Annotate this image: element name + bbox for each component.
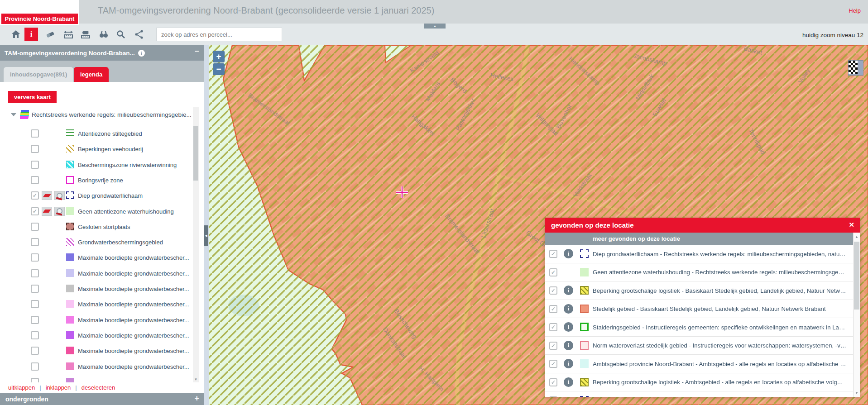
refresh-map-button[interactable]: ververs kaart bbox=[8, 91, 57, 103]
result-info-icon[interactable]: i bbox=[564, 377, 573, 387]
zoom-out-button[interactable]: − bbox=[213, 63, 225, 75]
help-link[interactable]: Help bbox=[849, 7, 861, 14]
sidebar-collapse-handle[interactable]: ◀ bbox=[204, 225, 208, 246]
ondergronden-expand-icon[interactable]: + bbox=[194, 394, 199, 403]
legend-swatch bbox=[66, 331, 74, 339]
legend-swatch bbox=[66, 238, 74, 246]
result-swatch bbox=[580, 286, 589, 295]
popup-subheader[interactable]: meer gevonden op deze locatie bbox=[545, 233, 853, 245]
legend-checkbox[interactable] bbox=[31, 207, 39, 215]
result-row[interactable] bbox=[545, 391, 853, 397]
legend-action-inklappen[interactable]: inklappen bbox=[46, 384, 71, 391]
search-input[interactable] bbox=[156, 28, 282, 41]
legend-checkbox[interactable] bbox=[31, 362, 39, 371]
result-info-icon[interactable]: i bbox=[564, 341, 573, 350]
provincie-logo-band: Provincie Noord-Brabant bbox=[1, 14, 78, 24]
result-row[interactable]: iStalderingsgebied - Instructieregels ge… bbox=[545, 318, 853, 337]
legend-checkbox[interactable] bbox=[31, 238, 39, 246]
legend-checkbox[interactable] bbox=[31, 285, 39, 293]
legend-checkbox[interactable] bbox=[31, 145, 39, 153]
result-checkbox[interactable] bbox=[549, 396, 557, 397]
layer-magnifier-icon[interactable] bbox=[54, 207, 65, 216]
result-checkbox[interactable] bbox=[549, 378, 557, 386]
overview-map-toggle[interactable] bbox=[848, 60, 863, 76]
sidebar-scrollbar-thumb[interactable] bbox=[193, 126, 198, 181]
result-row[interactable]: iBeperking grootschalige logistiek - Amb… bbox=[545, 373, 853, 392]
result-row[interactable]: iDiep grondwaterllichaam - Rechtstreeks … bbox=[545, 245, 853, 263]
measure-area-icon[interactable] bbox=[79, 28, 92, 41]
legend-checkbox[interactable] bbox=[31, 129, 39, 138]
tree-expander-icon[interactable] bbox=[11, 113, 16, 116]
scrollbar-down-icon[interactable]: ▼ bbox=[193, 376, 199, 382]
legend-checkbox[interactable] bbox=[31, 161, 39, 169]
result-info-icon[interactable]: i bbox=[564, 304, 573, 314]
result-row[interactable]: Geen attentiezone waterhuishouding - Rec… bbox=[545, 263, 853, 282]
popup-scrollbar-thumb[interactable] bbox=[854, 242, 859, 310]
legend-label: Maximale boordiepte grondwaterbescher... bbox=[78, 316, 189, 323]
panel-info-icon[interactable]: i bbox=[138, 50, 145, 57]
legend-action-uitklappen[interactable]: uitklappen bbox=[8, 384, 35, 391]
legend-checkbox[interactable] bbox=[31, 316, 39, 324]
panel-minimize-icon[interactable]: − bbox=[195, 47, 199, 56]
popup-scroll-up-icon[interactable]: ▲ bbox=[854, 233, 860, 240]
binoculars-icon[interactable] bbox=[97, 28, 110, 41]
result-info-icon[interactable]: i bbox=[564, 322, 573, 332]
close-icon[interactable]: ✕ bbox=[849, 221, 854, 229]
legend-checkbox[interactable] bbox=[31, 269, 39, 277]
tab-legenda[interactable]: legenda bbox=[74, 67, 109, 82]
legend-row: Maximale boordiepte grondwaterbescher... bbox=[0, 250, 199, 265]
zoom-to-layer-icon[interactable] bbox=[42, 191, 52, 200]
share-icon[interactable] bbox=[132, 28, 146, 41]
legend-tree-root[interactable]: Rechtstreeks werkende regels: milieubesc… bbox=[0, 110, 199, 120]
legend-checkbox[interactable] bbox=[31, 378, 39, 382]
result-row[interactable]: iBeperking grootschalige logistiek - Bas… bbox=[545, 281, 853, 300]
header-collapse-tab[interactable]: ▲ bbox=[424, 24, 446, 29]
legend-checkbox[interactable] bbox=[31, 300, 39, 308]
popup-scroll-down-icon[interactable]: ▼ bbox=[854, 390, 860, 396]
legend-label: Maximale boordiepte grondwaterbescher... bbox=[78, 348, 189, 354]
popup-scrollbar[interactable]: ▲ ▼ bbox=[853, 233, 860, 397]
legend-label: Maximale boordiepte grondwaterbescher... bbox=[78, 270, 189, 276]
result-checkbox[interactable] bbox=[549, 342, 557, 350]
sidebar-scrollbar[interactable]: ▼ bbox=[193, 107, 199, 382]
legend-label: Beschermingszone rivierwaterwinning bbox=[78, 161, 177, 168]
ondergronden-bar[interactable]: ondergronden + bbox=[0, 393, 204, 405]
zoom-in-button[interactable]: + bbox=[213, 51, 225, 62]
result-row[interactable]: iAmbtsgebied provincie Noord-Brabant - A… bbox=[545, 355, 853, 373]
info-icon[interactable]: i bbox=[24, 28, 38, 41]
result-checkbox[interactable] bbox=[549, 286, 557, 295]
legend-row: Attentiezone stiltegebied bbox=[0, 126, 199, 141]
legend-row: Gesloten stortplaats bbox=[0, 219, 199, 234]
layer-magnifier-icon[interactable] bbox=[54, 191, 65, 200]
result-info-icon[interactable]: i bbox=[564, 249, 573, 258]
popup-header[interactable]: gevonden op deze locatie ✕ bbox=[545, 218, 860, 233]
measure-distance-icon[interactable] bbox=[62, 28, 75, 41]
result-checkbox[interactable] bbox=[549, 360, 557, 368]
legend-checkbox[interactable] bbox=[31, 176, 39, 184]
result-checkbox[interactable] bbox=[549, 268, 557, 276]
result-checkbox[interactable] bbox=[549, 323, 557, 331]
tab-inhoudsopgave[interactable]: inhoudsopgave(891) bbox=[4, 67, 73, 82]
legend-action-deselecteren[interactable]: deselecteren bbox=[82, 384, 115, 391]
result-text: Beperking grootschalige logistiek - Basi… bbox=[593, 287, 846, 294]
legend-checkbox[interactable] bbox=[31, 331, 39, 339]
magnifier-icon[interactable] bbox=[114, 28, 128, 41]
legend-checkbox[interactable] bbox=[31, 223, 39, 231]
zoom-to-layer-icon[interactable] bbox=[42, 207, 52, 216]
legend-checkbox[interactable] bbox=[31, 253, 39, 262]
legend-row: Geen attentiezone waterhuishouding bbox=[0, 204, 199, 219]
legend-checkbox[interactable] bbox=[31, 347, 39, 355]
result-checkbox[interactable] bbox=[549, 250, 557, 258]
result-info-icon[interactable]: i bbox=[564, 286, 573, 295]
result-row[interactable]: iNorm wateroverlast stedelijk gebied - I… bbox=[545, 337, 853, 355]
result-info-icon[interactable]: i bbox=[564, 359, 573, 368]
result-checkbox[interactable] bbox=[549, 305, 557, 313]
legend-checkbox[interactable] bbox=[31, 191, 39, 200]
result-text: Stalderingsgebied - Instructieregels gem… bbox=[593, 324, 846, 330]
legend-swatch bbox=[66, 285, 74, 292]
eraser-icon[interactable] bbox=[43, 28, 57, 41]
home-icon[interactable] bbox=[9, 28, 23, 41]
popup-subheader-label: meer gevonden op deze locatie bbox=[593, 235, 680, 242]
result-row[interactable]: iStedelijk gebied - Basiskaart Stedelijk… bbox=[545, 300, 853, 319]
legend-label: Gesloten stortplaats bbox=[78, 223, 130, 230]
